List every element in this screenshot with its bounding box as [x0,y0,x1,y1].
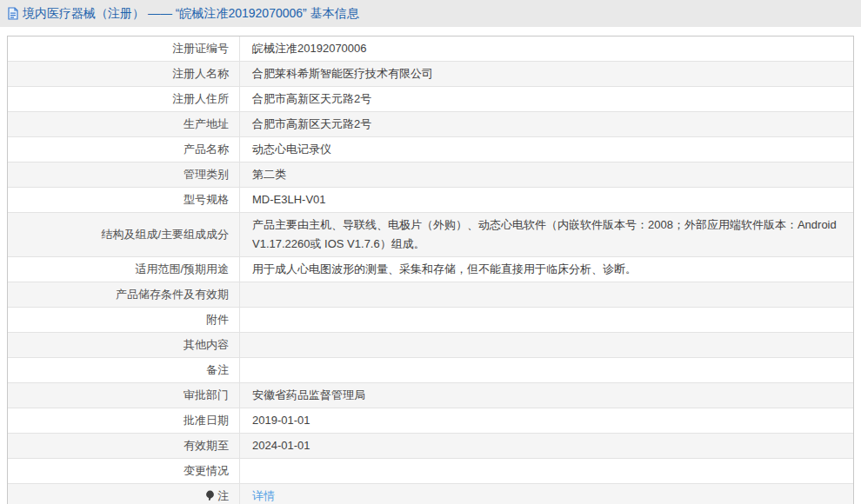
row-label: 附件 [8,308,240,333]
table-row: 审批部门 安徽省药品监督管理局 [8,383,853,408]
row-value: 动态心电记录仪 [240,137,854,162]
row-value: 合肥市高新区天元路2号 [240,112,854,137]
table-row: 管理类别 第二类 [8,162,853,188]
row-label: 产品储存条件及有效期 [8,282,240,308]
row-value [240,459,854,484]
table-row: 批准日期 2019-01-01 [8,408,853,434]
row-label: 生产地址 [8,112,240,137]
row-value: 详情 [240,484,854,504]
row-value: 合肥市高新区天元路2号 [240,87,854,112]
table-row: 变更情况 [8,459,853,484]
row-value: 产品主要由主机、导联线、电极片（外购）、动态心电软件（内嵌软件版本号：2008；… [240,213,854,257]
table-row: 注册人住所 合肥市高新区天元路2号 [8,87,853,112]
row-value: 2024-01-01 [240,434,854,459]
row-value [240,282,854,308]
row-value: 合肥莱科希斯智能医疗技术有限公司 [240,62,854,87]
row-value [240,308,854,333]
row-value: 用于成人心电图波形的测量、采集和存储，但不能直接用于临床分析、诊断。 [240,257,854,282]
detail-link[interactable]: 详情 [252,489,275,502]
table-row: 附件 [8,308,853,333]
header-bar: 境内医疗器械（注册） —— “皖械注准20192070006” 基本信息 [0,0,861,27]
table-row: 产品名称 动态心电记录仪 [8,137,853,162]
row-value: 2019-01-01 [240,408,854,434]
row-value [240,358,854,383]
row-label: 有效期至 [8,434,240,459]
table-row: 型号规格 MD-E3LH-V01 [8,188,853,213]
row-label: 管理类别 [8,162,240,188]
table-row-note: 注 详情 [8,484,853,504]
page-title: 境内医疗器械（注册） —— “皖械注准20192070006” 基本信息 [23,6,359,22]
table-row: 其他内容 [8,333,853,358]
row-value: 第二类 [240,162,854,188]
table-row: 结构及组成/主要组成成分 产品主要由主机、导联线、电极片（外购）、动态心电软件（… [8,213,853,257]
row-label: 产品名称 [8,137,240,162]
note-label: 注 [217,489,229,502]
row-label: 适用范围/预期用途 [8,257,240,282]
row-label: 备注 [8,358,240,383]
row-label: 变更情况 [8,459,240,484]
table-row: 产品储存条件及有效期 [8,282,853,308]
row-label: 注册人住所 [8,87,240,112]
bulb-icon [205,490,215,501]
row-label: 型号规格 [8,188,240,213]
row-value: 皖械注准20192070006 [240,36,854,62]
document-icon [7,7,19,20]
row-label: 审批部门 [8,383,240,408]
page: 境内医疗器械（注册） —— “皖械注准20192070006” 基本信息 注册证… [0,0,861,504]
row-value: MD-E3LH-V01 [240,188,854,213]
table-row: 注册人名称 合肥莱科希斯智能医疗技术有限公司 [8,62,853,87]
row-label: 注 [8,484,240,504]
row-label: 注册人名称 [8,62,240,87]
table-row: 适用范围/预期用途 用于成人心电图波形的测量、采集和存储，但不能直接用于临床分析… [8,257,853,282]
table-row: 注册证编号 皖械注准20192070006 [8,36,853,62]
table-row: 生产地址 合肥市高新区天元路2号 [8,112,853,137]
row-label: 其他内容 [8,333,240,358]
row-value: 安徽省药品监督管理局 [240,383,854,408]
row-value [240,333,854,358]
row-label: 结构及组成/主要组成成分 [8,213,240,257]
row-label: 注册证编号 [8,36,240,62]
table-row: 备注 [8,358,853,383]
row-label: 批准日期 [8,408,240,434]
basic-info-table: 注册证编号 皖械注准20192070006 注册人名称 合肥莱科希斯智能医疗技术… [7,36,854,504]
table-row: 有效期至 2024-01-01 [8,434,853,459]
